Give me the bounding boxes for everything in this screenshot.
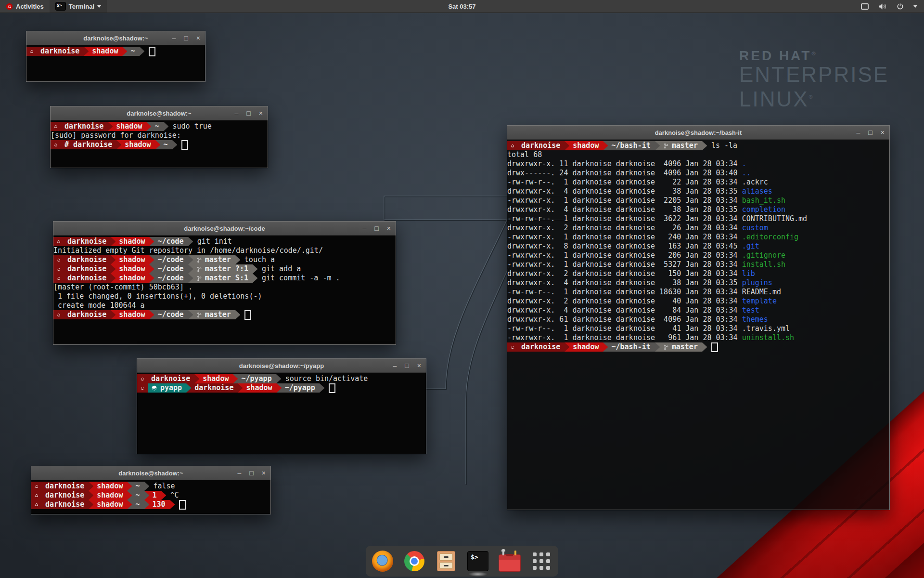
prompt-segment-text: darknoise: [67, 264, 106, 274]
close-button[interactable]: ×: [881, 126, 885, 139]
ls-row: -rwxrwxr-x. 1 darknoise darknoise 5327 J…: [507, 260, 889, 269]
ls-row: drwxrwxr-x. 8 darknoise darknoise 163 Ja…: [507, 242, 889, 251]
prompt-segment: darknoise: [64, 255, 111, 264]
terminal-content[interactable]: darknoiseshadow~/bash-itmasterls -latota…: [507, 140, 889, 510]
prompt-segment: shadow: [569, 141, 603, 150]
redhat-icon: [31, 491, 42, 500]
git-branch-icon: [196, 266, 202, 272]
prompt-segment-text: shadow: [573, 342, 599, 352]
window-controls: –□×: [363, 222, 391, 235]
maximize-button[interactable]: □: [374, 222, 378, 235]
ls-row-fields: drwxrwxr-x. 4 darknoise darknoise 38 Jan…: [507, 205, 742, 214]
minimize-button[interactable]: –: [235, 106, 239, 120]
prompt-segment-text: ~: [154, 122, 159, 131]
prompt-segment: master ?:1: [193, 264, 253, 274]
terminal-content[interactable]: darknoiseshadow~/pyappsource bin/activat…: [137, 373, 426, 454]
dock-icon-files[interactable]: [435, 550, 457, 572]
close-button[interactable]: ×: [262, 466, 266, 480]
prompt-segment-text: master: [205, 310, 231, 319]
volume-icon[interactable]: [878, 3, 887, 10]
prompt-segment-text: darknoise: [45, 500, 84, 509]
maximize-button[interactable]: □: [249, 466, 253, 480]
window-title: darknoise@shadow:~/pyapp: [239, 362, 324, 369]
prompt-segment-text: ~/code: [157, 274, 183, 283]
prompt-segment: master: [660, 342, 702, 352]
prompt-segment-text: shadow: [119, 310, 145, 319]
prompt-segment: ~: [127, 47, 139, 56]
redhat-icon: [53, 142, 59, 148]
minimize-button[interactable]: –: [238, 466, 242, 480]
close-button[interactable]: ×: [196, 31, 200, 45]
close-button[interactable]: ×: [387, 222, 391, 235]
virtualenv-icon: [151, 385, 157, 391]
clock[interactable]: Sat 03:57: [0, 3, 924, 10]
command-text: ls -la: [707, 141, 737, 150]
redhat-icon: [56, 257, 62, 263]
minimize-button[interactable]: –: [393, 359, 397, 372]
prompt-segment: ~: [160, 140, 172, 149]
dock-icon-terminal[interactable]: $>: [467, 550, 489, 572]
prompt-line: darknoiseshadow~false: [31, 482, 270, 491]
chevron-down-icon[interactable]: [913, 5, 917, 8]
terminal-content[interactable]: darknoiseshadow~sudo true[sudo] password…: [51, 120, 268, 168]
close-button[interactable]: ×: [417, 359, 421, 372]
app-menu-label: Terminal: [69, 3, 94, 10]
window-title: darknoise@shadow:~/bash-it: [655, 129, 742, 136]
window-titlebar[interactable]: darknoise@shadow:~–□×: [26, 31, 205, 45]
window-titlebar[interactable]: darknoise@shadow:~/pyapp–□×: [137, 359, 426, 373]
redhat-icon: [53, 255, 64, 264]
window-titlebar[interactable]: darknoise@shadow:~–□×: [31, 466, 270, 480]
prompt-segment: ~: [132, 491, 144, 500]
close-button[interactable]: ×: [259, 106, 263, 120]
prompt-segment: ~/pyapp: [238, 374, 276, 383]
powerline-arrow-icon: [140, 47, 144, 56]
powerline-arrow-icon: [702, 141, 707, 150]
maximize-button[interactable]: □: [868, 126, 872, 139]
terminal-content[interactable]: darknoiseshadow~falsedarknoiseshadow~1^C…: [31, 480, 270, 514]
prompt-line: darknoiseshadow~/codemastertouch a: [53, 255, 396, 264]
dock-icon-app-grid[interactable]: [530, 550, 552, 572]
app-grid-icon: [533, 552, 550, 570]
prompt-segment: # darknoise: [61, 140, 116, 149]
prompt-segment-text: ~: [135, 491, 140, 500]
redhat-icon: [510, 143, 515, 149]
redhat-icon: [56, 312, 62, 318]
ls-row: -rw-rw-r--. 1 darknoise darknoise 41 Jan…: [507, 324, 889, 333]
prompt-segment: ~/code: [154, 264, 188, 274]
terminal-content[interactable]: darknoiseshadow~/codegit initInitialized…: [53, 236, 396, 344]
top-bar: Activities $> Terminal Sat 03:57: [0, 0, 924, 13]
maximize-button[interactable]: □: [405, 359, 409, 372]
terminal-content[interactable]: darknoiseshadow~: [26, 45, 205, 81]
app-menu-terminal[interactable]: $> Terminal: [50, 0, 107, 13]
minimize-button[interactable]: –: [363, 222, 367, 235]
dock-icon-chrome[interactable]: [403, 550, 425, 572]
ls-row: -rw-rw-r--. 1 darknoise darknoise 22 Jan…: [507, 178, 889, 187]
prompt-line: darknoiseshadow~/bash-itmasterls -la: [507, 141, 889, 150]
maximize-button[interactable]: □: [246, 106, 250, 120]
output-line: total 68: [507, 150, 889, 159]
powerline-arrow-icon: [194, 374, 199, 383]
window-titlebar[interactable]: darknoise@shadow:~–□×: [51, 106, 268, 120]
prompt-segment: shadow: [89, 47, 122, 56]
prompt-segment: darknoise: [191, 383, 238, 393]
maximize-button[interactable]: □: [184, 31, 188, 45]
ls-row-fields: drwxrwxr-x. 2 darknoise darknoise 150 Ja…: [507, 269, 742, 278]
window-titlebar[interactable]: darknoise@shadow:~/code–□×: [53, 222, 396, 236]
prompt-segment: darknoise: [518, 342, 565, 352]
minimize-button[interactable]: –: [857, 126, 860, 139]
minimize-button[interactable]: –: [172, 31, 176, 45]
screen-icon[interactable]: [861, 3, 869, 10]
prompt-line: # darknoiseshadow~: [51, 140, 268, 149]
activities-button[interactable]: Activities: [0, 0, 50, 13]
dock-icon-firefox[interactable]: [372, 550, 394, 572]
ls-row-filename: test: [742, 306, 759, 315]
prompt-segment: darknoise: [42, 482, 89, 491]
terminal-window: darknoise@shadow:~/pyapp–□×darknoiseshad…: [137, 358, 426, 454]
powerline-arrow-icon: [108, 122, 113, 131]
dock-icon-toolbox[interactable]: [499, 550, 521, 572]
powerline-arrow-icon: [155, 140, 160, 149]
power-icon[interactable]: [897, 3, 904, 10]
window-titlebar[interactable]: darknoise@shadow:~/bash-it–□×: [507, 126, 889, 140]
ls-row-filename: .gitignore: [742, 251, 785, 260]
powerline-arrow-icon: [188, 264, 193, 274]
